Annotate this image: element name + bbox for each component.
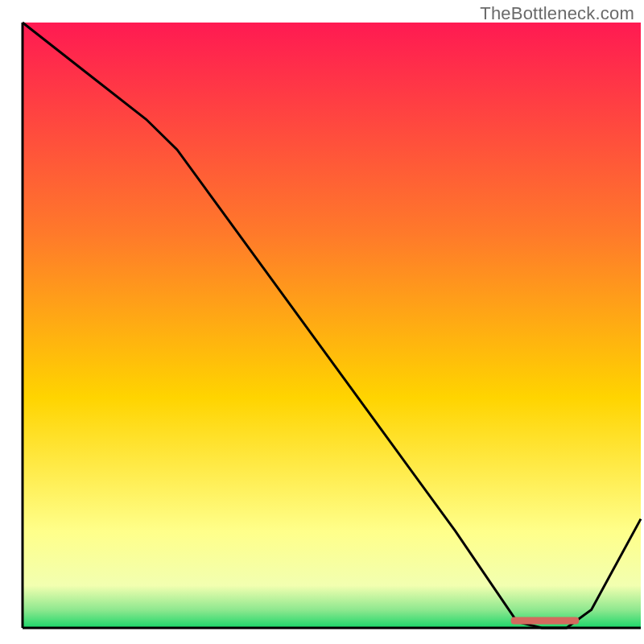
- plot-gradient-bg: [23, 23, 641, 628]
- watermark-text: TheBottleneck.com: [480, 3, 634, 24]
- chart-wrapper: TheBottleneck.com: [0, 0, 644, 644]
- bottleneck-chart: [0, 0, 644, 644]
- optimal-zone-marker: [511, 617, 579, 624]
